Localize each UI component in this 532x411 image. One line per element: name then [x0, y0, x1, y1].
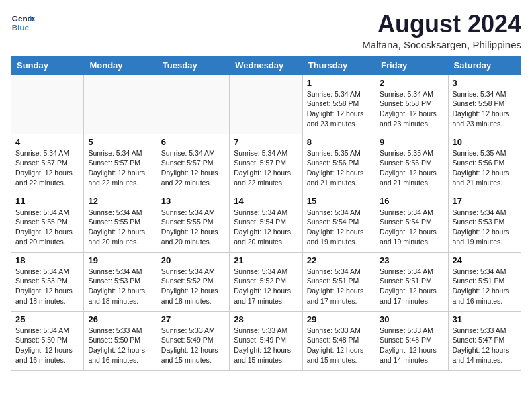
day-info: Sunrise: 5:33 AMSunset: 5:49 PMDaylight:…: [161, 326, 225, 365]
day-info: Sunrise: 5:35 AMSunset: 5:56 PMDaylight:…: [307, 148, 371, 188]
table-row: 18Sunrise: 5:34 AMSunset: 5:53 PMDayligh…: [11, 252, 84, 311]
day-number: 30: [380, 314, 443, 324]
day-number: 21: [234, 255, 298, 265]
logo-icon: General Blue: [11, 11, 35, 35]
table-row: [157, 75, 229, 134]
day-info: Sunrise: 5:34 AMSunset: 5:57 PMDaylight:…: [234, 148, 298, 188]
day-number: 4: [15, 137, 79, 147]
table-row: 7Sunrise: 5:34 AMSunset: 5:57 PMDaylight…: [230, 134, 302, 193]
table-row: 24Sunrise: 5:34 AMSunset: 5:51 PMDayligh…: [448, 252, 521, 311]
table-row: 10Sunrise: 5:35 AMSunset: 5:56 PMDayligh…: [448, 134, 521, 193]
table-row: 3Sunrise: 5:34 AMSunset: 5:58 PMDaylight…: [448, 75, 521, 134]
calendar-week-4: 18Sunrise: 5:34 AMSunset: 5:53 PMDayligh…: [11, 252, 521, 311]
table-row: 19Sunrise: 5:34 AMSunset: 5:53 PMDayligh…: [84, 252, 157, 311]
svg-text:Blue: Blue: [12, 23, 30, 32]
day-info: Sunrise: 5:34 AMSunset: 5:58 PMDaylight:…: [307, 89, 371, 129]
day-info: Sunrise: 5:35 AMSunset: 5:56 PMDaylight:…: [453, 148, 517, 188]
location-subtitle: Maltana, Soccsksargen, Philippines: [362, 39, 521, 50]
day-info: Sunrise: 5:34 AMSunset: 5:50 PMDaylight:…: [15, 326, 79, 365]
table-row: 30Sunrise: 5:33 AMSunset: 5:48 PMDayligh…: [375, 311, 448, 370]
day-info: Sunrise: 5:34 AMSunset: 5:53 PMDaylight:…: [453, 208, 517, 247]
day-number: 29: [307, 314, 371, 324]
table-row: 29Sunrise: 5:33 AMSunset: 5:48 PMDayligh…: [302, 311, 375, 370]
day-number: 17: [453, 196, 517, 206]
table-row: 20Sunrise: 5:34 AMSunset: 5:52 PMDayligh…: [157, 252, 229, 311]
table-row: 4Sunrise: 5:34 AMSunset: 5:57 PMDaylight…: [11, 134, 84, 193]
day-number: 3: [453, 78, 517, 88]
day-number: 16: [380, 196, 443, 206]
day-number: 7: [234, 137, 298, 147]
table-row: 5Sunrise: 5:34 AMSunset: 5:57 PMDaylight…: [84, 134, 157, 193]
day-number: 15: [307, 196, 371, 206]
calendar-week-2: 4Sunrise: 5:34 AMSunset: 5:57 PMDaylight…: [11, 134, 521, 193]
page-header: General Blue August 2024 Maltana, Soccsk…: [11, 11, 521, 50]
day-info: Sunrise: 5:33 AMSunset: 5:48 PMDaylight:…: [307, 326, 371, 365]
table-row: 6Sunrise: 5:34 AMSunset: 5:57 PMDaylight…: [157, 134, 229, 193]
day-number: 18: [15, 255, 79, 265]
day-info: Sunrise: 5:35 AMSunset: 5:56 PMDaylight:…: [380, 148, 443, 188]
day-info: Sunrise: 5:34 AMSunset: 5:55 PMDaylight:…: [161, 208, 225, 247]
table-row: 26Sunrise: 5:33 AMSunset: 5:50 PMDayligh…: [84, 311, 157, 370]
day-info: Sunrise: 5:34 AMSunset: 5:58 PMDaylight:…: [380, 89, 443, 129]
day-info: Sunrise: 5:34 AMSunset: 5:54 PMDaylight:…: [234, 208, 298, 247]
table-row: 2Sunrise: 5:34 AMSunset: 5:58 PMDaylight…: [375, 75, 448, 134]
day-number: 23: [380, 255, 443, 265]
day-info: Sunrise: 5:34 AMSunset: 5:51 PMDaylight:…: [307, 267, 371, 306]
day-number: 31: [453, 314, 517, 324]
day-info: Sunrise: 5:34 AMSunset: 5:55 PMDaylight:…: [15, 208, 79, 247]
table-row: 13Sunrise: 5:34 AMSunset: 5:55 PMDayligh…: [157, 193, 229, 252]
calendar-table: Sunday Monday Tuesday Wednesday Thursday…: [11, 56, 521, 371]
title-section: August 2024 Maltana, Soccsksargen, Phili…: [362, 11, 521, 50]
table-row: 17Sunrise: 5:34 AMSunset: 5:53 PMDayligh…: [448, 193, 521, 252]
calendar-header-row: Sunday Monday Tuesday Wednesday Thursday…: [11, 56, 521, 75]
day-number: 12: [88, 196, 152, 206]
day-info: Sunrise: 5:34 AMSunset: 5:53 PMDaylight:…: [15, 267, 79, 306]
day-number: 11: [15, 196, 79, 206]
day-info: Sunrise: 5:34 AMSunset: 5:57 PMDaylight:…: [161, 148, 225, 188]
header-saturday: Saturday: [448, 56, 521, 75]
table-row: 1Sunrise: 5:34 AMSunset: 5:58 PMDaylight…: [302, 75, 375, 134]
day-number: 14: [234, 196, 298, 206]
table-row: 21Sunrise: 5:34 AMSunset: 5:52 PMDayligh…: [230, 252, 302, 311]
day-number: 6: [161, 137, 225, 147]
day-number: 25: [15, 314, 79, 324]
day-info: Sunrise: 5:34 AMSunset: 5:58 PMDaylight:…: [453, 89, 517, 129]
month-year-title: August 2024: [362, 11, 521, 38]
day-info: Sunrise: 5:33 AMSunset: 5:50 PMDaylight:…: [88, 326, 152, 365]
table-row: 15Sunrise: 5:34 AMSunset: 5:54 PMDayligh…: [302, 193, 375, 252]
table-row: 9Sunrise: 5:35 AMSunset: 5:56 PMDaylight…: [375, 134, 448, 193]
calendar-week-1: 1Sunrise: 5:34 AMSunset: 5:58 PMDaylight…: [11, 75, 521, 134]
table-row: 25Sunrise: 5:34 AMSunset: 5:50 PMDayligh…: [11, 311, 84, 370]
day-info: Sunrise: 5:34 AMSunset: 5:51 PMDaylight:…: [453, 267, 517, 306]
day-info: Sunrise: 5:34 AMSunset: 5:54 PMDaylight:…: [307, 208, 371, 247]
table-row: 27Sunrise: 5:33 AMSunset: 5:49 PMDayligh…: [157, 311, 229, 370]
day-number: 1: [307, 78, 371, 88]
header-monday: Monday: [84, 56, 157, 75]
day-info: Sunrise: 5:34 AMSunset: 5:57 PMDaylight:…: [15, 148, 79, 188]
table-row: [230, 75, 302, 134]
table-row: 31Sunrise: 5:33 AMSunset: 5:47 PMDayligh…: [448, 311, 521, 370]
table-row: 28Sunrise: 5:33 AMSunset: 5:49 PMDayligh…: [230, 311, 302, 370]
day-number: 27: [161, 314, 225, 324]
logo: General Blue: [11, 11, 35, 35]
day-info: Sunrise: 5:33 AMSunset: 5:47 PMDaylight:…: [453, 326, 517, 365]
day-info: Sunrise: 5:34 AMSunset: 5:52 PMDaylight:…: [234, 267, 298, 306]
day-number: 5: [88, 137, 152, 147]
day-info: Sunrise: 5:34 AMSunset: 5:55 PMDaylight:…: [88, 208, 152, 247]
day-number: 24: [453, 255, 517, 265]
day-info: Sunrise: 5:34 AMSunset: 5:52 PMDaylight:…: [161, 267, 225, 306]
day-info: Sunrise: 5:33 AMSunset: 5:49 PMDaylight:…: [234, 326, 298, 365]
table-row: 11Sunrise: 5:34 AMSunset: 5:55 PMDayligh…: [11, 193, 84, 252]
header-tuesday: Tuesday: [157, 56, 229, 75]
table-row: 12Sunrise: 5:34 AMSunset: 5:55 PMDayligh…: [84, 193, 157, 252]
day-number: 26: [88, 314, 152, 324]
day-number: 2: [380, 78, 443, 88]
day-number: 8: [307, 137, 371, 147]
table-row: 22Sunrise: 5:34 AMSunset: 5:51 PMDayligh…: [302, 252, 375, 311]
table-row: 16Sunrise: 5:34 AMSunset: 5:54 PMDayligh…: [375, 193, 448, 252]
day-number: 10: [453, 137, 517, 147]
header-friday: Friday: [375, 56, 448, 75]
table-row: [84, 75, 157, 134]
day-info: Sunrise: 5:34 AMSunset: 5:51 PMDaylight:…: [380, 267, 443, 306]
calendar-week-5: 25Sunrise: 5:34 AMSunset: 5:50 PMDayligh…: [11, 311, 521, 370]
